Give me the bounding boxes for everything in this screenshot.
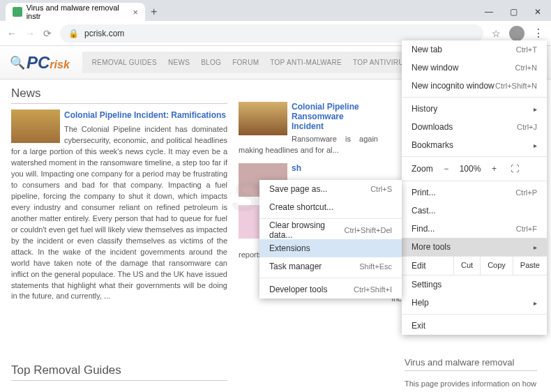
browser-titlebar: Virus and malware removal instr × + — ▢ … bbox=[0, 0, 551, 21]
browser-tab[interactable]: Virus and malware removal instr × bbox=[6, 3, 145, 21]
address-bar[interactable]: 🔒 pcrisk.com bbox=[60, 24, 483, 43]
submenu-developer-tools[interactable]: Developer toolsCtrl+Shift+I bbox=[259, 280, 402, 299]
nav-blog[interactable]: BLOG bbox=[201, 59, 221, 66]
section-virus-removal: Virus and malware removal bbox=[405, 357, 537, 371]
url-text: pcrisk.com bbox=[84, 29, 124, 38]
menu-print[interactable]: Print...Ctrl+P bbox=[402, 183, 547, 202]
reload-button[interactable]: ⟳ bbox=[43, 28, 52, 39]
back-button[interactable]: ← bbox=[7, 28, 17, 39]
zoom-out-button[interactable]: − bbox=[439, 164, 454, 174]
tab-favicon bbox=[13, 7, 22, 17]
menu-settings[interactable]: Settings bbox=[402, 276, 547, 294]
menu-new-tab[interactable]: New tabCtrl+T bbox=[402, 40, 547, 59]
menu-copy[interactable]: Copy bbox=[480, 257, 513, 275]
nav-anti-malware[interactable]: TOP ANTI-MALWARE bbox=[270, 59, 342, 66]
menu-cut[interactable]: Cut bbox=[453, 257, 480, 275]
tab-title: Virus and malware removal instr bbox=[27, 3, 133, 20]
menu-incognito[interactable]: New incognito windowCtrl+Shift+N bbox=[402, 77, 547, 95]
menu-more-tools[interactable]: More tools▸ bbox=[402, 238, 547, 256]
nav-news[interactable]: NEWS bbox=[168, 59, 190, 66]
article-2: Colonial Pipeline Ransomware Incident Ra… bbox=[239, 102, 378, 156]
article-1-body: The Colonial Pipeline incident has domin… bbox=[11, 125, 227, 300]
more-tools-submenu: Save page as...Ctrl+S Create shortcut...… bbox=[259, 180, 402, 299]
menu-find[interactable]: Find...Ctrl+F bbox=[402, 220, 547, 238]
menu-cast[interactable]: Cast... bbox=[402, 202, 547, 220]
article-1: Colonial Pipeline Incident: Ramification… bbox=[11, 110, 227, 302]
section-news-title: News bbox=[11, 86, 227, 104]
bookmark-star-icon[interactable]: ☆ bbox=[492, 28, 501, 39]
article-thumbnail[interactable] bbox=[11, 110, 60, 143]
maximize-button[interactable]: ▢ bbox=[510, 7, 518, 17]
chrome-menu: New tabCtrl+T New windowCtrl+N New incog… bbox=[402, 40, 547, 335]
article-2-body: Ransomware is again making headlines and… bbox=[239, 134, 378, 156]
fullscreen-button[interactable]: ⛶ bbox=[507, 164, 522, 174]
minimize-button[interactable]: — bbox=[485, 7, 493, 17]
nav-removal-guides[interactable]: REMOVAL GUIDES bbox=[92, 59, 157, 66]
section-top-removal: Top Removal Guides bbox=[11, 363, 227, 381]
submenu-save-page[interactable]: Save page as...Ctrl+S bbox=[259, 180, 402, 198]
submenu-extensions[interactable]: Extensions bbox=[259, 239, 402, 257]
nav-forum[interactable]: FORUM bbox=[232, 59, 259, 66]
menu-exit[interactable]: Exit bbox=[402, 317, 547, 335]
submenu-create-shortcut[interactable]: Create shortcut... bbox=[259, 198, 402, 216]
virus-removal-text: This page provides information on how bbox=[405, 379, 537, 388]
zoom-in-button[interactable]: + bbox=[486, 164, 501, 174]
chevron-right-icon: ▸ bbox=[534, 105, 537, 113]
lock-icon: 🔒 bbox=[68, 29, 79, 38]
article-thumbnail[interactable] bbox=[239, 102, 287, 135]
menu-edit-row: Edit Cut Copy Paste bbox=[402, 256, 547, 276]
new-tab-button[interactable]: + bbox=[151, 6, 157, 21]
chevron-right-icon: ▸ bbox=[534, 243, 537, 251]
chrome-menu-button[interactable]: ⋮ bbox=[533, 27, 544, 40]
logo-magnifier-icon: 🔍 bbox=[10, 55, 25, 70]
chevron-right-icon: ▸ bbox=[534, 142, 537, 149]
forward-button: → bbox=[25, 28, 35, 39]
menu-downloads[interactable]: DownloadsCtrl+J bbox=[402, 118, 547, 136]
chevron-right-icon: ▸ bbox=[534, 299, 537, 307]
menu-paste[interactable]: Paste bbox=[513, 257, 547, 275]
close-icon[interactable]: × bbox=[133, 7, 138, 17]
menu-history[interactable]: History▸ bbox=[402, 100, 547, 118]
site-logo[interactable]: PC risk bbox=[27, 53, 70, 73]
menu-help[interactable]: Help▸ bbox=[402, 294, 547, 312]
submenu-clear-data[interactable]: Clear browsing data...Ctrl+Shift+Del bbox=[259, 221, 402, 239]
profile-avatar[interactable] bbox=[509, 26, 524, 41]
zoom-value: 100% bbox=[460, 164, 481, 174]
window-close-button[interactable]: ✕ bbox=[534, 7, 541, 17]
menu-new-window[interactable]: New windowCtrl+N bbox=[402, 59, 547, 77]
menu-zoom: Zoom − 100% + ⛶ bbox=[402, 159, 547, 179]
submenu-task-manager[interactable]: Task managerShift+Esc bbox=[259, 257, 402, 276]
menu-bookmarks[interactable]: Bookmarks▸ bbox=[402, 136, 547, 154]
